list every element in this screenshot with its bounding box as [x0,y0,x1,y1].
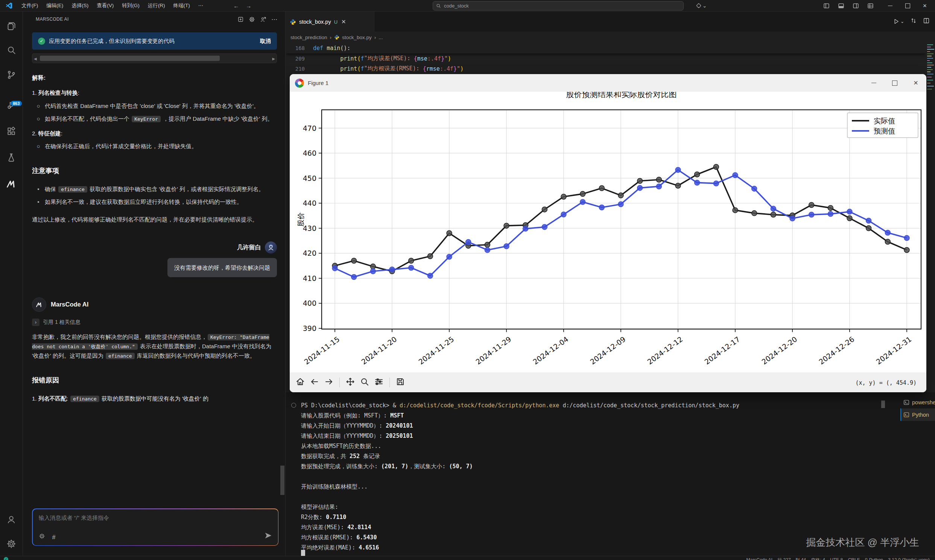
citation-toggle[interactable]: › 引用 1 相关信息 [32,318,277,327]
scroll-left-icon[interactable]: ◂ [34,54,37,63]
panel-more-icon[interactable]: ⋯ [269,14,280,25]
terminal-tab-powershell[interactable]: powershell [900,396,935,408]
menu-item[interactable]: 运行(R) [144,2,169,10]
search-value: code_stock [444,3,469,9]
terminal-line: 模型评估结果: [301,502,739,512]
terminal-line: 数据预处理完成，训练集大小: (201, 7)，测试集大小: (50, 7) [301,462,739,472]
list-item: ○如果列名不匹配，代码会抛出一个 KeyError ，提示用户 DataFram… [32,114,277,123]
editor-actions: ⌄ [893,11,930,32]
terminal-tab-Python[interactable]: Python [900,408,935,421]
window-maximize-button[interactable] [899,0,916,11]
explorer-icon[interactable] [3,18,19,34]
forward-icon[interactable] [324,377,333,388]
nav-forward-icon[interactable]: → [242,3,255,9]
launch-profile-icon[interactable]: ⌄ [696,3,707,9]
list-item: ○在确保列名正确后，代码计算成交量价格比，并处理缺失值。 [32,142,277,151]
menu-item[interactable]: 终端(T) [169,2,194,10]
tab-stock-box[interactable]: stock_box.py U ✕ [285,11,374,32]
terminal-panel[interactable]: PS D:\codelist\code_stock> & d:/codelist… [285,392,935,556]
command-center-search[interactable]: code_stock [433,1,684,11]
run-python-button[interactable]: ⌄ [893,18,904,25]
cancel-button[interactable]: 取消 [260,37,271,46]
horizontal-scrollbar[interactable]: ◂ ▸ [32,54,277,63]
window-minimize-button[interactable] [881,0,899,11]
terminal-line: 数据获取完成，共 252 条记录 [301,451,739,462]
svg-text:2024-12-26: 2024-12-26 [817,335,856,366]
testing-icon[interactable] [3,150,19,166]
toggle-sidebar-icon[interactable] [823,3,830,9]
terminal-scrollbar[interactable] [881,400,885,408]
code-lines: 209 print(f"均方误差(MSE): {mse:.4f}")210 pr… [285,54,926,74]
window-close-button[interactable]: ✕ [916,0,933,11]
python-icon [290,19,296,25]
remote-status-icon[interactable]: ✓ [4,557,8,560]
menu-item[interactable]: 编辑(E) [42,2,67,10]
source-control-icon[interactable] [3,67,19,83]
figure-close-button[interactable]: ✕ [905,74,926,92]
svg-text:430: 430 [303,224,316,232]
vscode-logo-icon [5,2,13,9]
assistant-message-header: MarsCode AI [32,297,277,312]
chat-input[interactable]: 输入消息或者 “/” 来选择指令 # [33,509,278,545]
figure-minimize-button[interactable] [863,74,884,92]
new-chat-icon[interactable] [235,14,246,25]
status-bar[interactable]: ✓ MarsCode AI 行 227，列 44 空格: 4 UTF-8 CRL… [0,556,935,560]
sidebar-scrollbar[interactable] [280,11,285,556]
editor-tab-bar: stock_box.py U ✕ [285,11,935,32]
scm-badge: 863 [11,101,22,106]
home-icon[interactable] [296,377,305,388]
pan-icon[interactable] [346,377,355,388]
scrollbar-handle[interactable] [40,56,220,61]
minimap[interactable] [926,43,935,392]
status-right-items[interactable]: MarsCode AI 行 227，列 44 空格: 4 UTF-8 CRLF … [747,557,930,560]
figure-titlebar[interactable]: Figure 1 ✕ [290,74,926,92]
panel-settings-icon[interactable] [246,14,257,25]
scroll-right-icon[interactable]: ▸ [272,54,275,63]
figure-maximize-button[interactable] [884,74,905,92]
split-editor-icon[interactable] [923,17,930,26]
breadcrumb-symbol[interactable]: ... [379,35,383,40]
marscode-panel-header: MARSCODE AI ⋯ [23,11,285,27]
toggle-secondary-sidebar-icon[interactable] [853,3,859,9]
terminal-line: 平均绝对误差(MAE): 4.6516 [301,543,739,553]
terminal-line: R2分数: 0.7110 [301,512,739,522]
search-view-icon[interactable] [3,43,19,58]
svg-text:400: 400 [303,299,316,307]
marscode-ai-icon[interactable] [3,176,19,192]
breadcrumb[interactable]: stock_prediction › stock_box.py › ... [285,32,935,43]
list-item-title: 1. 列名检查与转换: [32,88,277,97]
menu-item[interactable]: 查看(V) [92,2,118,10]
breadcrumb-separator: › [330,35,332,40]
menu-more-button[interactable]: ⋯ [194,2,208,10]
list-item-title: 2. 特征创建: [32,129,277,138]
breadcrumb-file[interactable]: stock_box.py [342,35,372,40]
nav-back-icon[interactable]: ← [230,3,242,9]
customize-layout-icon[interactable] [867,3,874,9]
menu-item[interactable]: 转到(G) [118,2,144,10]
back-icon[interactable] [310,377,319,388]
context-hash-icon[interactable]: # [52,534,56,541]
chart-title: 股价预测结果和实际股价对比图 [322,92,921,99]
sticky-scroll-line: 168def main(): [285,43,926,54]
tab-close-icon[interactable]: ✕ [341,18,346,25]
switch-account-icon[interactable] [257,14,269,25]
subplot-config-icon[interactable] [374,377,384,388]
svg-text:股价: 股价 [296,212,305,227]
save-icon[interactable] [396,377,405,388]
extensions-icon[interactable] [3,123,19,139]
check-circle-icon: ✓ [38,38,45,45]
menu-item[interactable]: 文件(F) [17,2,42,10]
tab-label: stock_box.py [299,19,331,25]
account-icon[interactable] [3,511,19,527]
terminal-line [301,472,739,482]
menu-item[interactable]: 选择(S) [67,2,92,10]
zoom-rect-icon[interactable] [360,377,369,388]
toggle-panel-icon[interactable] [838,3,844,9]
settings-gear-icon[interactable] [3,536,19,552]
send-icon[interactable] [265,532,272,541]
code-line: 209 print(f"均方误差(MSE): {mse:.4f}") [285,54,926,63]
commands-icon[interactable] [39,533,45,541]
breadcrumb-folder[interactable]: stock_prediction [291,35,327,40]
error-cause-heading: 报错原因 [32,375,277,386]
sync-changes-icon[interactable] [910,17,917,26]
